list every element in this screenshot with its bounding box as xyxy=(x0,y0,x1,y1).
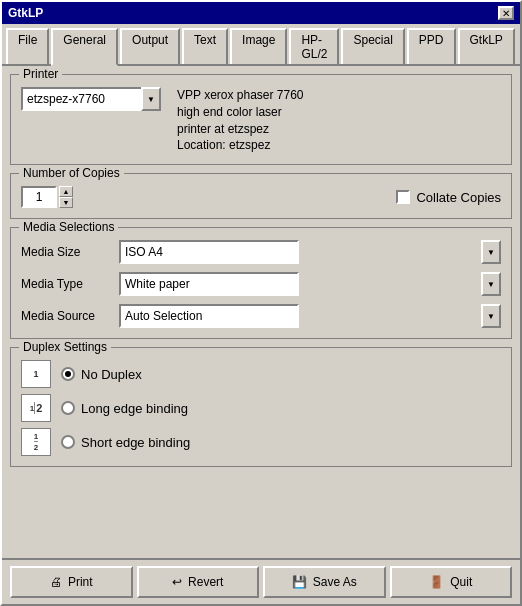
save-as-label: Save As xyxy=(313,575,357,589)
copies-group: Number of Copies ▲ ▼ Collate Copies xyxy=(10,173,512,219)
media-type-select[interactable]: White paper Plain Glossy xyxy=(119,272,299,296)
long-edge-label: Long edge binding xyxy=(81,401,188,416)
copies-group-label: Number of Copies xyxy=(19,166,124,180)
media-source-wrapper: Auto Selection Tray 1 Tray 2 ▼ xyxy=(119,304,501,328)
collate-label: Collate Copies xyxy=(416,190,501,205)
tab-text[interactable]: Text xyxy=(182,28,228,64)
main-window: GtkLP ✕ File General Output Text Image H… xyxy=(0,0,522,606)
tab-hpgl[interactable]: HP-GL/2 xyxy=(289,28,339,64)
save-icon: 💾 xyxy=(292,575,307,589)
long-edge-radio-group: Long edge binding xyxy=(61,401,188,416)
printer-group-label: Printer xyxy=(19,67,62,81)
print-icon: 🖨 xyxy=(50,575,62,589)
printer-dropdown-wrapper: etzspez-x7760 ▼ xyxy=(21,87,161,111)
long-edge-icon: 12 xyxy=(21,394,51,422)
close-button[interactable]: ✕ xyxy=(498,6,514,20)
tab-output[interactable]: Output xyxy=(120,28,180,64)
tab-gtkp[interactable]: GtkLP xyxy=(458,28,515,64)
footer: 🖨 Print ↩ Revert 💾 Save As 🚪 Quit xyxy=(2,558,520,604)
media-source-label: Media Source xyxy=(21,309,111,323)
copies-left: ▲ ▼ xyxy=(21,186,73,208)
printer-content: etzspez-x7760 ▼ VPP xerox phaser 7760hig… xyxy=(21,83,501,154)
tab-general[interactable]: General xyxy=(51,28,118,66)
window-title: GtkLP xyxy=(8,6,43,20)
media-group: Media Selections Media Size ISO A4 Lette… xyxy=(10,227,512,339)
spinner-down[interactable]: ▼ xyxy=(59,197,73,208)
quit-label: Quit xyxy=(450,575,472,589)
collate-checkbox[interactable] xyxy=(396,190,410,204)
long-edge-radio[interactable] xyxy=(61,401,75,415)
revert-button[interactable]: ↩ Revert xyxy=(137,566,260,598)
no-duplex-radio[interactable] xyxy=(61,367,75,381)
media-type-label: Media Type xyxy=(21,277,111,291)
spinner-buttons: ▲ ▼ xyxy=(59,186,73,208)
print-label: Print xyxy=(68,575,93,589)
media-grid: Media Size ISO A4 Letter A3 ▼ Media Type… xyxy=(21,236,501,328)
printer-group: Printer etzspez-x7760 ▼ VPP xerox phaser… xyxy=(10,74,512,165)
short-edge-icon: 1 2 xyxy=(21,428,51,456)
duplex-row-0: 1 No Duplex xyxy=(21,360,501,388)
copies-row: ▲ ▼ Collate Copies xyxy=(21,182,501,208)
duplex-row-2: 1 2 Short edge binding xyxy=(21,428,501,456)
duplex-group: Duplex Settings 1 No Duplex 12 xyxy=(10,347,512,467)
print-button[interactable]: 🖨 Print xyxy=(10,566,133,598)
printer-description: VPP xerox phaser 7760high end color lase… xyxy=(177,87,304,154)
media-source-select[interactable]: Auto Selection Tray 1 Tray 2 xyxy=(119,304,299,328)
media-type-wrapper: White paper Plain Glossy ▼ xyxy=(119,272,501,296)
revert-icon: ↩ xyxy=(172,575,182,589)
media-size-select[interactable]: ISO A4 Letter A3 xyxy=(119,240,299,264)
tab-image[interactable]: Image xyxy=(230,28,287,64)
duplex-row-1: 12 Long edge binding xyxy=(21,394,501,422)
media-size-arrow: ▼ xyxy=(481,240,501,264)
media-type-arrow: ▼ xyxy=(481,272,501,296)
no-duplex-label: No Duplex xyxy=(81,367,142,382)
short-edge-radio-group: Short edge binding xyxy=(61,435,190,450)
tabs-bar: File General Output Text Image HP-GL/2 S… xyxy=(2,24,520,66)
save-as-button[interactable]: 💾 Save As xyxy=(263,566,386,598)
media-source-arrow: ▼ xyxy=(481,304,501,328)
tab-ppd[interactable]: PPD xyxy=(407,28,456,64)
media-group-label: Media Selections xyxy=(19,220,118,234)
title-bar: GtkLP ✕ xyxy=(2,2,520,24)
quit-button[interactable]: 🚪 Quit xyxy=(390,566,513,598)
tab-file[interactable]: File xyxy=(6,28,49,64)
tab-special[interactable]: Special xyxy=(341,28,404,64)
no-duplex-icon: 1 xyxy=(21,360,51,388)
revert-label: Revert xyxy=(188,575,223,589)
short-edge-radio[interactable] xyxy=(61,435,75,449)
main-content: Printer etzspez-x7760 ▼ VPP xerox phaser… xyxy=(2,66,520,558)
no-duplex-radio-group: No Duplex xyxy=(61,367,142,382)
media-size-label: Media Size xyxy=(21,245,111,259)
duplex-options: 1 No Duplex 12 Long edge binding xyxy=(21,356,501,456)
duplex-group-label: Duplex Settings xyxy=(19,340,111,354)
printer-select[interactable]: etzspez-x7760 xyxy=(21,87,161,111)
copies-input[interactable] xyxy=(21,186,57,208)
collate-row: Collate Copies xyxy=(396,190,501,205)
spinner-up[interactable]: ▲ xyxy=(59,186,73,197)
quit-icon: 🚪 xyxy=(429,575,444,589)
short-edge-label: Short edge binding xyxy=(81,435,190,450)
media-size-wrapper: ISO A4 Letter A3 ▼ xyxy=(119,240,501,264)
